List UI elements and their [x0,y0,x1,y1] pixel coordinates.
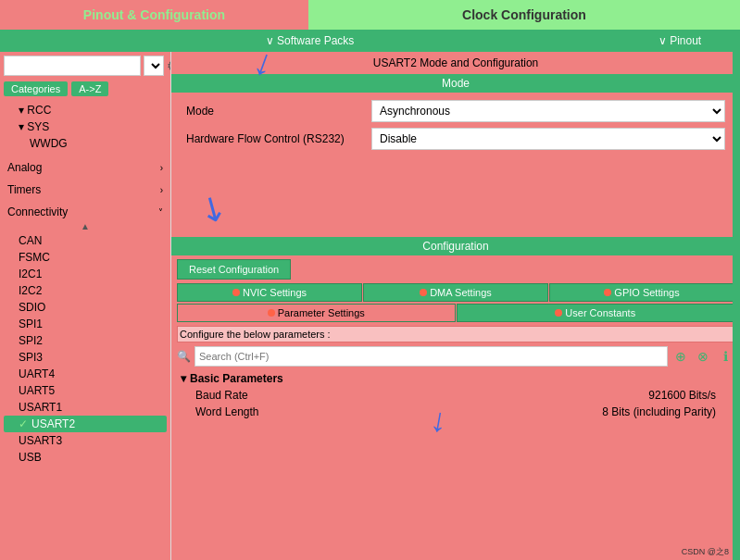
reset-config-button[interactable]: Reset Configuration [177,259,291,280]
sidebar-item-fsmc[interactable]: FSMC [4,249,167,266]
blue-arrow-left: ↘ [192,184,235,231]
tab-dma-settings[interactable]: DMA Settings [363,283,548,302]
watermark: CSDN @之8 [682,546,729,558]
param-info-icon[interactable]: ℹ [716,347,734,366]
scrollbar[interactable] [733,52,740,560]
sidebar-item-sys[interactable]: ▾ SYS [4,118,167,135]
sidebar-item-timers[interactable]: Timers› [4,181,167,198]
configure-text: Configure the below parameters : [177,326,734,342]
mode-header: Mode [171,74,740,93]
sidebar-item-usart2[interactable]: ✓ USART2 [4,416,167,432]
tab-parameter-settings[interactable]: Parameter Settings [177,304,456,322]
search-param-icon: 🔍 [177,350,191,363]
config-header: Configuration [171,237,740,255]
tab-clock[interactable]: Clock Configuration [308,0,740,30]
mode-select[interactable]: Asynchronous [371,100,725,122]
hardware-flow-select[interactable]: Disable [371,128,725,150]
param-baud-value: 921600 Bits/s [648,389,716,402]
mode-label: Mode [186,105,371,118]
hardware-flow-label: Hardware Flow Control (RS232) [186,132,371,145]
sidebar-item-analog[interactable]: Analog› [4,159,167,176]
basic-params-section: ▾ Basic Parameters Baud Rate 921600 Bits… [177,370,734,420]
sidebar-item-spi2[interactable]: SPI2 [4,332,167,349]
sidebar-item-uart4[interactable]: UART4 [4,366,167,382]
sidebar-item-wwdg[interactable]: WWDG [4,135,167,152]
sidebar: ⚙ Categories A->Z ▾ RCC ▾ SYS WWDG Analo… [0,52,171,560]
tab-gpio-settings[interactable]: GPIO Settings [549,283,734,302]
sidebar-tree: ▾ RCC ▾ SYS WWDG Analog› Timers› Connect… [0,100,170,560]
sidebar-item-sdio[interactable]: SDIO [4,299,167,316]
tab-pinout[interactable]: Pinout & Configuration [0,0,308,30]
sidebar-item-usart3[interactable]: USART3 [4,432,167,449]
sidebar-item-uart5[interactable]: UART5 [4,382,167,399]
categories-button[interactable]: Categories [4,81,68,96]
config-section: Configuration Reset Configuration NVIC S… [171,237,740,424]
toolbar-software[interactable]: ∨ Software Packs [0,30,620,52]
sidebar-item-usb[interactable]: USB [4,449,167,466]
param-row-wordlen: Word Length 8 Bits (including Parity) [177,404,734,420]
param-wordlen-label: Word Length [195,405,602,418]
basic-params-header: Basic Parameters [190,372,283,385]
sidebar-item-can[interactable]: CAN [4,232,167,249]
sidebar-item-rcc[interactable]: ▾ RCC [4,102,167,118]
tab-nvic-settings[interactable]: NVIC Settings [177,283,362,302]
param-row-baud: Baud Rate 921600 Bits/s [177,387,734,404]
tab-user-constants[interactable]: User Constants [457,304,735,322]
sidebar-item-usart1[interactable]: USART1 [4,399,167,416]
param-clear-icon[interactable]: ⊗ [694,347,712,366]
param-search-input[interactable] [194,346,668,367]
sidebar-item-connectivity[interactable]: Connectivity˅ [4,204,167,220]
content-title: USART2 Mode and Configuration [171,52,740,74]
param-wordlen-value: 8 Bits (including Parity) [602,405,716,418]
search-dropdown[interactable] [144,56,164,76]
toolbar-pinout[interactable]: ∨ Pinout [620,30,740,52]
param-filter-icon[interactable]: ⊕ [671,347,690,366]
sidebar-item-i2c2[interactable]: I2C2 [4,282,167,299]
sidebar-item-spi3[interactable]: SPI3 [4,349,167,366]
az-button[interactable]: A->Z [71,81,108,96]
search-input[interactable] [4,56,141,76]
sidebar-item-spi1[interactable]: SPI1 [4,316,167,332]
sidebar-item-i2c1[interactable]: I2C1 [4,266,167,282]
content-area: USART2 Mode and Configuration Mode ↓ Mod… [171,52,740,560]
param-baud-label: Baud Rate [195,389,648,402]
